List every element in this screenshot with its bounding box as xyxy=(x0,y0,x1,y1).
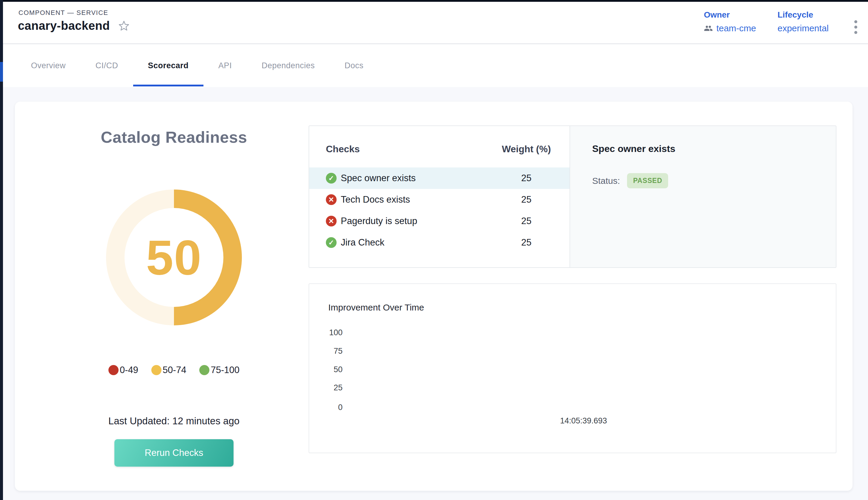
lifecycle-label: Lifecycle xyxy=(777,10,829,20)
group-icon xyxy=(704,24,713,33)
check-row-pagerduty[interactable]: ✕ Pagerduty is setup 25 xyxy=(309,211,569,232)
checks-table: Checks Weight (%) ✓ Spec owner exists 25… xyxy=(309,126,569,267)
x-axis-tick: 14:05:39.693 xyxy=(539,416,628,425)
check-weight: 25 xyxy=(489,237,564,248)
status-badge: PASSED xyxy=(627,173,668,188)
check-weight: 25 xyxy=(489,194,564,205)
legend-item-green: 75-100 xyxy=(199,365,240,375)
status-label: Status: xyxy=(592,176,620,186)
entity-tabs: Overview CI/CD Scorecard API Dependencie… xyxy=(3,44,868,87)
check-failed-icon: ✕ xyxy=(326,194,337,205)
rerun-checks-button[interactable]: Rerun Checks xyxy=(114,439,233,467)
check-label: Spec owner exists xyxy=(341,173,416,184)
window-top-edge xyxy=(0,0,868,2)
scorecard-title: Catalog Readiness xyxy=(34,128,314,146)
lifecycle-value: experimental xyxy=(777,23,829,33)
tab-dependencies[interactable]: Dependencies xyxy=(247,44,330,87)
check-label: Pagerduty is setup xyxy=(341,216,417,226)
checks-table-header: Checks Weight (%) xyxy=(309,126,569,168)
check-detail-title: Spec owner exists xyxy=(592,143,675,154)
entity-title-row: canary-backend xyxy=(18,19,130,33)
tab-scorecard[interactable]: Scorecard xyxy=(133,44,204,87)
checks-column-header: Checks xyxy=(326,144,360,155)
check-detail-panel: Spec owner exists Status: PASSED xyxy=(569,126,836,267)
y-axis-tick: 100 xyxy=(309,328,343,337)
check-passed-icon: ✓ xyxy=(326,237,337,248)
legend-dot-yellow xyxy=(151,365,161,375)
y-axis-tick: 75 xyxy=(309,346,343,356)
legend-label-yellow: 50-74 xyxy=(163,365,186,375)
check-label: Tech Docs exists xyxy=(341,194,410,205)
last-updated-text: Last Updated: 12 minutes ago xyxy=(34,416,314,427)
entity-meta: Owner team-cme Lifecycle experimental xyxy=(704,10,829,33)
improvement-chart-card: Improvement Over Time 100 75 50 25 0 14:… xyxy=(309,283,836,453)
owner-value: team-cme xyxy=(716,23,756,33)
tab-api[interactable]: API xyxy=(204,44,247,87)
check-row-tech-docs[interactable]: ✕ Tech Docs exists 25 xyxy=(309,189,569,211)
owner-link[interactable]: team-cme xyxy=(704,23,756,33)
score-legend: 0-49 50-74 75-100 xyxy=(34,364,314,376)
entity-header: COMPONENT — SERVICE canary-backend Owner… xyxy=(3,2,868,44)
score-value: 50 xyxy=(146,229,202,286)
check-row-jira[interactable]: ✓ Jira Check 25 xyxy=(309,232,569,253)
collapsed-sidebar-rail xyxy=(0,0,3,500)
legend-item-red: 0-49 xyxy=(108,365,138,375)
tab-docs[interactable]: Docs xyxy=(330,44,379,87)
scorecard-panel: Catalog Readiness 50 0-49 50-74 75-100 L… xyxy=(15,102,853,491)
gauge-section: Catalog Readiness 50 0-49 50-74 75-100 L… xyxy=(34,102,314,467)
breadcrumb: COMPONENT — SERVICE xyxy=(19,9,108,17)
check-label: Jira Check xyxy=(341,237,384,248)
improvement-chart-title: Improvement Over Time xyxy=(328,303,424,312)
check-status-row: Status: PASSED xyxy=(592,173,668,188)
sidebar-active-indicator xyxy=(0,62,3,82)
page-title: canary-backend xyxy=(18,19,110,33)
weight-column-header: Weight (%) xyxy=(489,144,564,155)
check-weight: 25 xyxy=(489,173,564,184)
y-axis-tick: 25 xyxy=(309,383,343,393)
score-donut-hole: 50 xyxy=(125,208,223,307)
score-donut-chart: 50 xyxy=(106,190,242,326)
tab-cicd[interactable]: CI/CD xyxy=(81,44,133,87)
check-weight: 25 xyxy=(489,216,564,226)
legend-label-green: 75-100 xyxy=(211,365,240,375)
more-options-kebab-icon[interactable] xyxy=(853,19,859,36)
checks-card: Checks Weight (%) ✓ Spec owner exists 25… xyxy=(309,125,836,268)
legend-dot-red xyxy=(108,365,118,375)
tab-overview[interactable]: Overview xyxy=(16,44,81,87)
y-axis-tick: 0 xyxy=(309,403,343,412)
favorite-star-icon[interactable] xyxy=(118,20,130,32)
owner-block: Owner team-cme xyxy=(704,10,756,33)
owner-label: Owner xyxy=(704,10,756,20)
lifecycle-block: Lifecycle experimental xyxy=(777,10,829,33)
legend-label-red: 0-49 xyxy=(120,365,138,375)
check-passed-icon: ✓ xyxy=(326,173,337,184)
legend-item-yellow: 50-74 xyxy=(151,365,186,375)
check-row-spec-owner[interactable]: ✓ Spec owner exists 25 xyxy=(309,168,569,189)
check-failed-icon: ✕ xyxy=(326,216,337,226)
legend-dot-green xyxy=(199,365,209,375)
y-axis-tick: 50 xyxy=(309,365,343,374)
